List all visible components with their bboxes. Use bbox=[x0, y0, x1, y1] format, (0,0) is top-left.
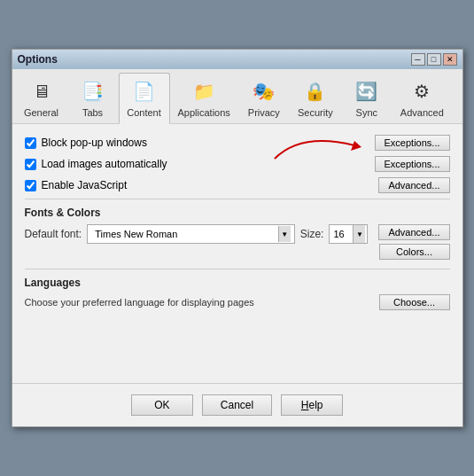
ok-button[interactable]: OK bbox=[131, 394, 193, 416]
close-button[interactable]: ✕ bbox=[443, 53, 457, 66]
popup-exceptions-button[interactable]: Exceptions... bbox=[375, 135, 450, 151]
popup-row: Block pop-up windows Exceptions... bbox=[25, 135, 450, 151]
fonts-buttons-group: Advanced... Colors... bbox=[378, 224, 449, 260]
sync-icon: 🔄 bbox=[353, 77, 381, 105]
tab-toolbar: 🖥 General 📑 Tabs 📄 Content 📁 Application… bbox=[12, 69, 462, 124]
applications-icon: 📁 bbox=[190, 77, 218, 105]
js-advanced-button[interactable]: Advanced... bbox=[378, 177, 449, 193]
advanced-icon: ⚙ bbox=[408, 77, 436, 105]
general-icon: 🖥 bbox=[27, 77, 56, 105]
content-panel: Block pop-up windows Exceptions... Load … bbox=[12, 124, 462, 330]
size-dropdown-arrow[interactable]: ▼ bbox=[353, 225, 365, 243]
languages-section-label: Languages bbox=[25, 277, 450, 289]
popup-label: Block pop-up windows bbox=[42, 137, 147, 149]
font-dropdown-arrow[interactable]: ▼ bbox=[278, 226, 291, 242]
size-label: Size: bbox=[300, 228, 324, 240]
languages-row: Choose your preferred language for displ… bbox=[25, 294, 450, 310]
title-bar-buttons: ─ □ ✕ bbox=[411, 53, 457, 66]
help-button[interactable]: Help bbox=[281, 394, 343, 416]
fonts-section: Fonts & Colors Default font: Times New R… bbox=[25, 207, 450, 260]
languages-description: Choose your preferred language for displ… bbox=[25, 297, 254, 308]
default-font-label: Default font: bbox=[25, 228, 82, 240]
content-icon: 📄 bbox=[130, 77, 159, 105]
popup-section: Block pop-up windows Exceptions... Load … bbox=[25, 135, 450, 193]
window-title: Options bbox=[18, 53, 58, 66]
images-row: Load images automatically Exceptions... bbox=[25, 156, 450, 172]
fonts-advanced-button[interactable]: Advanced... bbox=[378, 224, 449, 240]
title-bar: Options ─ □ ✕ bbox=[12, 50, 462, 69]
security-icon: 🔒 bbox=[301, 77, 330, 105]
size-select-dropdown[interactable]: 16 ▼ bbox=[329, 224, 368, 244]
font-row: Default font: Times New Roman ▼ Size: 16… bbox=[25, 224, 369, 244]
choose-button[interactable]: Choose... bbox=[379, 294, 450, 310]
popup-checkbox[interactable] bbox=[25, 137, 36, 149]
js-checkbox[interactable] bbox=[25, 180, 36, 191]
fonts-section-label: Fonts & Colors bbox=[25, 207, 450, 219]
tabs-icon: 📑 bbox=[79, 77, 107, 105]
images-checkbox[interactable] bbox=[25, 159, 36, 170]
size-value: 16 bbox=[331, 229, 346, 239]
images-label: Load images automatically bbox=[42, 158, 167, 170]
colors-button[interactable]: Colors... bbox=[379, 244, 450, 260]
js-label: Enable JavaScript bbox=[42, 179, 128, 191]
fonts-controls: Default font: Times New Roman ▼ Size: 16… bbox=[25, 224, 450, 260]
js-row: Enable JavaScript Advanced... bbox=[25, 177, 450, 193]
tab-general[interactable]: 🖥 General bbox=[16, 73, 67, 123]
languages-section: Languages Choose your preferred language… bbox=[25, 277, 450, 310]
tab-tabs[interactable]: 📑 Tabs bbox=[67, 73, 119, 123]
divider-2 bbox=[25, 269, 450, 269]
cancel-button[interactable]: Cancel bbox=[202, 394, 272, 416]
tab-content[interactable]: 📄 Content bbox=[119, 73, 170, 124]
font-value: Times New Roman bbox=[91, 229, 278, 239]
font-select-dropdown[interactable]: Times New Roman ▼ bbox=[87, 224, 295, 244]
tab-sync[interactable]: 🔄 Sync bbox=[341, 73, 392, 123]
images-exceptions-button[interactable]: Exceptions... bbox=[375, 156, 450, 172]
options-window: Options ─ □ ✕ 🖥 General 📑 Tabs 📄 Content… bbox=[12, 49, 463, 427]
minimize-button[interactable]: ─ bbox=[411, 53, 425, 66]
divider-1 bbox=[25, 199, 450, 199]
tab-privacy[interactable]: 🎭 Privacy bbox=[238, 73, 290, 123]
privacy-icon: 🎭 bbox=[250, 77, 278, 105]
tab-security[interactable]: 🔒 Security bbox=[290, 73, 341, 123]
maximize-button[interactable]: □ bbox=[427, 53, 441, 66]
tab-applications[interactable]: 📁 Applications bbox=[170, 73, 238, 123]
bottom-bar: OK Cancel Help bbox=[12, 383, 462, 426]
tab-advanced[interactable]: ⚙ Advanced bbox=[392, 73, 452, 123]
